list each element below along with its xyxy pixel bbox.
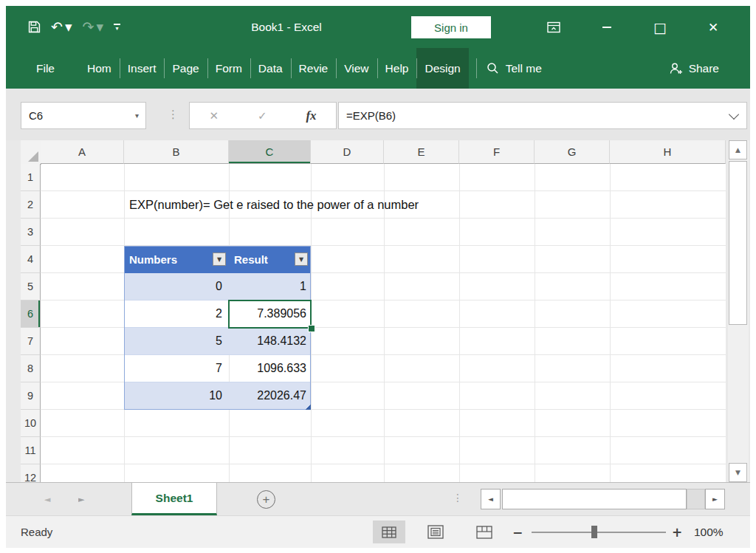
cell-c8[interactable]: 1096.633 bbox=[229, 355, 311, 382]
vertical-scroll-thumb[interactable] bbox=[729, 161, 747, 325]
column-header-b[interactable]: B bbox=[124, 140, 229, 164]
row-header-11[interactable]: 11 bbox=[21, 437, 41, 464]
undo-dropdown-icon[interactable]: ▾ bbox=[65, 20, 72, 34]
row-header-9[interactable]: 9 bbox=[21, 382, 41, 410]
cell-b8[interactable]: 7 bbox=[124, 355, 229, 382]
select-all-button[interactable] bbox=[21, 140, 41, 165]
column-header-c[interactable]: C bbox=[229, 140, 311, 164]
page-layout-view-button[interactable] bbox=[419, 521, 452, 543]
row-header-3[interactable]: 3 bbox=[21, 219, 41, 246]
insert-function-icon[interactable]: fx bbox=[306, 109, 316, 123]
cell-b9[interactable]: 10 bbox=[124, 382, 229, 410]
grid-row-10[interactable] bbox=[41, 410, 726, 437]
table-resize-handle[interactable] bbox=[305, 404, 311, 410]
formula-input[interactable]: =EXP(B6) bbox=[338, 102, 747, 129]
vertical-scrollbar[interactable]: ▲ ▼ bbox=[728, 140, 749, 482]
column-header-d[interactable]: D bbox=[311, 140, 384, 164]
filter-button-result[interactable]: ▼ bbox=[295, 253, 308, 266]
row-header-4[interactable]: 4 bbox=[21, 246, 41, 273]
column-header-h[interactable]: H bbox=[610, 140, 726, 164]
grid-row-3[interactable] bbox=[41, 219, 726, 246]
ribbon-tab-page[interactable]: Page bbox=[164, 48, 207, 89]
fill-handle[interactable] bbox=[308, 325, 315, 332]
expand-formula-bar-icon[interactable] bbox=[729, 109, 739, 119]
row-header-1[interactable]: 1 bbox=[21, 164, 41, 191]
ribbon-tab-revie[interactable]: Revie bbox=[291, 48, 337, 89]
column-header-a[interactable]: A bbox=[41, 140, 124, 164]
row-header-10[interactable]: 10 bbox=[21, 410, 41, 437]
share-button[interactable]: Share bbox=[669, 48, 719, 89]
ribbon-tab-data[interactable]: Data bbox=[250, 48, 291, 89]
table-header-numbers[interactable]: Numbers▼ bbox=[124, 246, 229, 273]
formula-buttons: ✕ ✓ fx bbox=[189, 102, 337, 129]
zoom-slider-track[interactable] bbox=[532, 532, 666, 533]
page-break-preview-button[interactable] bbox=[468, 521, 501, 543]
zoom-out-button[interactable]: − bbox=[512, 516, 523, 548]
sheet-tab-sheet1[interactable]: Sheet1 bbox=[131, 483, 217, 515]
redo-dropdown-icon[interactable]: ▾ bbox=[96, 20, 103, 34]
zoom-level[interactable]: 100% bbox=[694, 516, 724, 548]
cell-b2-note[interactable]: EXP(number)= Get e raised to the power o… bbox=[129, 191, 419, 219]
row-header-2[interactable]: 2 bbox=[21, 191, 41, 219]
ribbon-display-options-button[interactable] bbox=[527, 6, 580, 48]
cell-c5[interactable]: 1 bbox=[229, 273, 311, 300]
name-box-dropdown-icon[interactable]: ▾ bbox=[135, 111, 145, 120]
maximize-button[interactable]: □ bbox=[633, 6, 687, 48]
grid-row-11[interactable] bbox=[41, 437, 726, 464]
name-box[interactable]: C6 ▾ bbox=[21, 102, 146, 129]
grid-row-12[interactable] bbox=[41, 464, 726, 482]
normal-view-button[interactable] bbox=[373, 521, 405, 543]
sign-in-button[interactable]: Sign in bbox=[411, 16, 491, 38]
horizontal-scroll-track[interactable] bbox=[687, 489, 705, 509]
add-sheet-button[interactable]: + bbox=[257, 490, 275, 509]
zoom-in-button[interactable]: + bbox=[672, 516, 682, 548]
horizontal-scroll-thumb[interactable] bbox=[502, 489, 687, 509]
sheet-nav-left-button[interactable]: ◄ bbox=[44, 483, 50, 516]
row-header-12[interactable]: 12 bbox=[21, 464, 41, 482]
tell-me-button[interactable]: Tell me bbox=[476, 48, 552, 89]
scroll-left-button[interactable]: ◄ bbox=[481, 489, 501, 509]
ribbon-tab-insert[interactable]: Insert bbox=[120, 48, 165, 89]
column-header-e[interactable]: E bbox=[384, 140, 459, 164]
customize-quick-access-button[interactable]: ▾ bbox=[114, 24, 120, 30]
scroll-up-button[interactable]: ▲ bbox=[729, 140, 747, 159]
ribbon-tab-file[interactable]: File bbox=[28, 48, 63, 89]
close-button[interactable]: ✕ bbox=[687, 6, 740, 48]
zoom-slider-thumb[interactable] bbox=[591, 526, 597, 538]
ribbon-tab-view[interactable]: View bbox=[336, 48, 377, 89]
title-bar: ↶ ▾ ↷ ▾ ▾ Book1 - Excel Sign in bbox=[6, 6, 750, 48]
cell-b5[interactable]: 0 bbox=[124, 273, 229, 300]
table-header-result[interactable]: Result▼ bbox=[229, 246, 311, 273]
column-header-g[interactable]: G bbox=[535, 140, 610, 164]
filter-button-numbers[interactable]: ▼ bbox=[213, 253, 226, 266]
ribbon-tab-hom[interactable]: Hom bbox=[79, 48, 120, 89]
grid-row-1[interactable] bbox=[41, 164, 726, 191]
ribbon-tab-form[interactable]: Form bbox=[207, 48, 250, 89]
row-header-5[interactable]: 5 bbox=[21, 273, 41, 300]
cell-c9[interactable]: 22026.47 bbox=[229, 382, 311, 410]
enter-icon[interactable]: ✓ bbox=[258, 109, 267, 123]
ribbon-tab-help[interactable]: Help bbox=[377, 48, 417, 89]
save-icon bbox=[28, 21, 41, 33]
row-header-6[interactable]: 6 bbox=[21, 300, 41, 328]
scroll-down-button[interactable]: ▼ bbox=[729, 463, 747, 482]
formula-bar-divider-dots[interactable]: ⋮ bbox=[168, 108, 179, 121]
row-header-8[interactable]: 8 bbox=[21, 355, 41, 382]
undo-button[interactable]: ↶ ▾ bbox=[51, 20, 72, 34]
row-header-7[interactable]: 7 bbox=[21, 328, 41, 355]
add-sheet-icon: + bbox=[263, 492, 270, 507]
tab-bar-divider-dots[interactable]: ⋮ bbox=[453, 492, 463, 504]
sheet-nav-right-button[interactable]: ► bbox=[78, 483, 84, 516]
save-button[interactable] bbox=[28, 21, 41, 33]
ribbon-tab-design[interactable]: Design bbox=[416, 48, 468, 89]
cell-reference: C6 bbox=[21, 109, 135, 122]
cell-b6[interactable]: 2 bbox=[124, 300, 229, 328]
cell-c7[interactable]: 148.4132 bbox=[229, 328, 311, 355]
maximize-icon: □ bbox=[653, 19, 667, 35]
minimize-button[interactable] bbox=[580, 6, 633, 48]
cell-b7[interactable]: 5 bbox=[124, 328, 229, 355]
scroll-right-button[interactable]: ► bbox=[705, 489, 725, 509]
column-header-f[interactable]: F bbox=[459, 140, 535, 164]
cancel-icon[interactable]: ✕ bbox=[209, 109, 219, 123]
redo-button[interactable]: ↷ ▾ bbox=[82, 20, 103, 34]
